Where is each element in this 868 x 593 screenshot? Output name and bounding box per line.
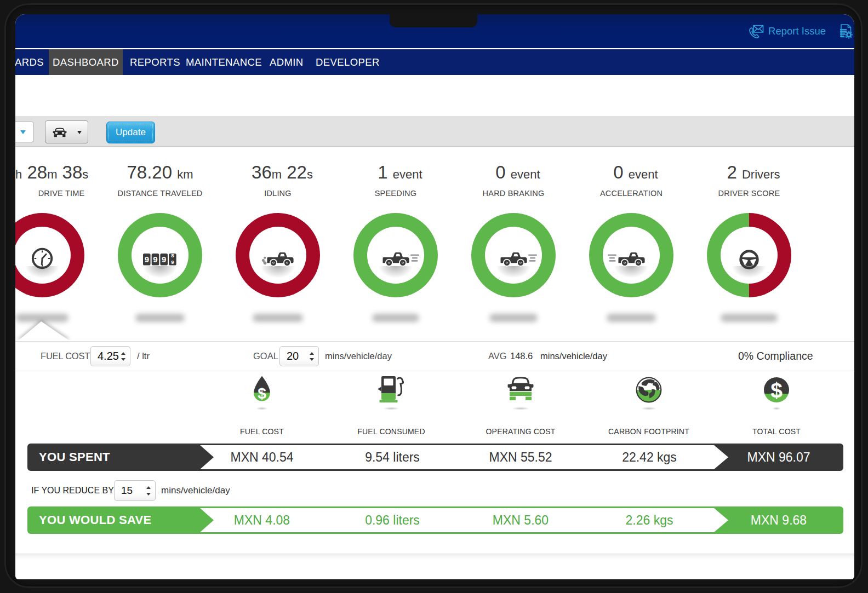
svg-text:9: 9	[162, 255, 166, 264]
svg-text:9: 9	[153, 255, 157, 264]
svg-text:8: 8	[171, 254, 174, 258]
svg-text:$: $	[770, 378, 783, 402]
svg-text:9: 9	[171, 259, 174, 265]
svg-text:$: $	[258, 385, 266, 402]
svg-text:9: 9	[145, 255, 149, 264]
